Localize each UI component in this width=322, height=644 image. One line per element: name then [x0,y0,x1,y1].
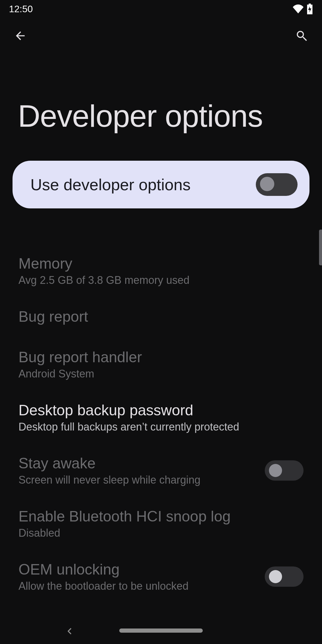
wifi-icon [293,4,304,13]
arrow-back-icon [14,29,27,42]
search-button[interactable] [292,26,311,45]
item-title: OEM unlocking [18,561,265,578]
item-sub: Screen will never sleep while charging [18,474,265,486]
page-title: Developer options [0,54,322,161]
item-bug-report-handler[interactable]: Bug report handler Android System [13,338,309,391]
switch-thumb [269,570,282,583]
item-title: Bug report [18,308,304,325]
status-time: 12:50 [9,4,33,15]
item-sub: Disabled [18,527,304,539]
item-bug-report[interactable]: Bug report [13,297,309,338]
item-sub: Desktop full backups aren’t currently pr… [18,421,304,433]
nav-back-icon[interactable] [64,626,75,636]
use-developer-options-label: Use developer options [30,175,256,194]
switch-thumb [269,464,282,477]
system-nav-bar [0,617,322,644]
app-bar [0,18,322,54]
item-sub: Avg 2.5 GB of 3.8 GB memory used [18,274,304,287]
oem-unlocking-switch[interactable] [265,566,304,587]
stay-awake-switch[interactable] [265,460,304,481]
item-memory[interactable]: Memory Avg 2.5 GB of 3.8 GB memory used [13,244,309,297]
use-developer-options-switch[interactable] [256,173,298,196]
item-desktop-backup-password[interactable]: Desktop backup password Desktop full bac… [13,391,309,444]
item-title: Memory [18,255,304,272]
back-button[interactable] [11,26,30,45]
use-developer-options-card[interactable]: Use developer options [13,161,309,208]
nav-home-pill[interactable] [119,628,203,633]
item-oem-unlocking[interactable]: OEM unlocking Allow the bootloader to be… [13,550,309,592]
item-title: Bug report handler [18,349,304,366]
battery-icon [306,4,313,14]
item-title: Enable Bluetooth HCI snoop log [18,508,304,525]
switch-thumb [260,177,274,191]
item-bt-hci-snoop[interactable]: Enable Bluetooth HCI snoop log Disabled [13,497,309,550]
status-bar: 12:50 [0,0,322,18]
item-title: Stay awake [18,455,265,472]
settings-list: Memory Avg 2.5 GB of 3.8 GB memory used … [13,208,309,592]
item-stay-awake[interactable]: Stay awake Screen will never sleep while… [13,444,309,497]
scrollbar-thumb[interactable] [319,230,322,265]
item-title: Desktop backup password [18,402,304,419]
search-icon [295,29,308,42]
item-sub: Android System [18,368,304,380]
item-sub: Allow the bootloader to be unlocked [18,580,265,592]
content-scroll[interactable]: Use developer options Memory Avg 2.5 GB … [0,161,322,592]
